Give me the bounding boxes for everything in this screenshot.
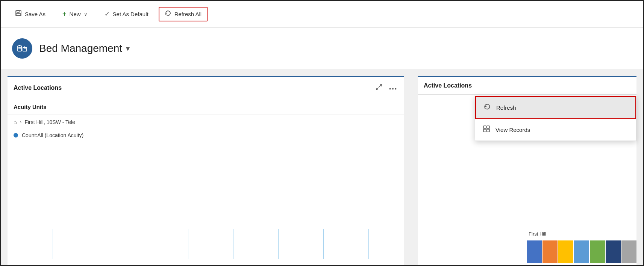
left-panel-header: Active Locations — [8, 77, 404, 99]
set-default-label: Set As Default — [113, 11, 148, 17]
svg-line-10 — [379, 85, 382, 87]
toolbar: Save As + New ∨ ✓ Set As Default Refresh… — [1, 1, 643, 28]
svg-rect-16 — [487, 126, 489, 128]
chart-line-4 — [233, 229, 233, 259]
chart-line-0 — [53, 229, 53, 259]
location-row: ⌂ › First Hill, 10SW - Tele — [8, 115, 404, 129]
left-panel: Active Locations — [8, 76, 404, 266]
bar-orange — [542, 240, 558, 263]
save-as-label: Save As — [25, 11, 45, 17]
refresh-all-button[interactable]: Refresh All — [159, 7, 208, 21]
new-chevron-icon: ∨ — [84, 11, 88, 17]
legend-dot — [14, 133, 18, 138]
bar-dark-blue — [606, 240, 621, 263]
refresh-all-icon — [165, 10, 171, 18]
chart-line-7 — [368, 229, 369, 259]
page-title: Bed Management — [39, 42, 122, 54]
set-default-button[interactable]: ✓ Set As Default — [98, 7, 155, 21]
left-panel-actions — [374, 82, 398, 94]
chart-line-3 — [188, 229, 188, 259]
panel-gap — [404, 76, 411, 266]
right-panel-title: Active Locations — [424, 82, 472, 89]
view-records-menu-item[interactable]: View Records — [475, 119, 636, 141]
svg-point-12 — [389, 88, 391, 90]
more-options-button[interactable] — [388, 83, 398, 93]
right-panel: Active Locations Refresh — [418, 76, 636, 266]
bar-blue — [527, 240, 542, 263]
divider-2 — [96, 9, 96, 20]
view-records-icon — [483, 125, 490, 135]
location-text: First Hill, 10SW - Tele — [24, 119, 75, 125]
chart-baseline — [14, 259, 398, 259]
svg-rect-0 — [16, 11, 21, 16]
first-hill-label: First Hill — [529, 231, 546, 237]
stacked-bars — [527, 240, 636, 263]
app-icon — [12, 38, 32, 59]
page-title-area: Bed Management ▾ — [39, 42, 130, 54]
chart-line-5 — [278, 229, 279, 259]
home-icon: ⌂ — [14, 119, 17, 125]
svg-rect-2 — [16, 14, 21, 15]
main-content: Active Locations — [1, 69, 643, 266]
bar-light-blue — [574, 240, 589, 263]
refresh-menu-label: Refresh — [496, 104, 516, 111]
acuity-units-header: Acuity Units — [8, 99, 404, 115]
new-plus-icon: + — [62, 10, 67, 18]
expand-button[interactable] — [374, 82, 384, 94]
svg-point-14 — [395, 88, 397, 90]
right-panel-header: Active Locations — [418, 77, 636, 95]
bar-gray — [621, 240, 636, 263]
legend-label: Count:All (Location Acuity) — [22, 132, 83, 138]
checkmark-icon: ✓ — [105, 10, 110, 18]
save-as-button[interactable]: Save As — [8, 7, 52, 21]
refresh-menu-icon — [483, 103, 491, 112]
divider-3 — [157, 9, 157, 20]
svg-point-13 — [392, 88, 394, 90]
left-panel-title: Active Locations — [14, 85, 62, 91]
chart-area — [8, 141, 404, 266]
svg-rect-17 — [483, 129, 486, 132]
svg-rect-18 — [487, 129, 489, 132]
title-chevron-icon[interactable]: ▾ — [126, 44, 130, 53]
chart-line-6 — [323, 229, 324, 259]
page-header: Bed Management ▾ — [1, 28, 643, 69]
legend-row: Count:All (Location Acuity) — [8, 129, 404, 141]
bar-yellow — [558, 240, 573, 263]
svg-rect-1 — [17, 11, 19, 12]
view-records-label: View Records — [496, 127, 530, 133]
svg-rect-3 — [18, 46, 21, 51]
refresh-menu-item[interactable]: Refresh — [475, 96, 636, 119]
svg-rect-4 — [23, 47, 27, 51]
chart-line-1 — [98, 229, 98, 259]
chart-line-2 — [143, 229, 143, 259]
new-label: New — [70, 11, 81, 17]
bar-green — [590, 240, 605, 263]
save-as-icon — [15, 10, 22, 18]
refresh-all-label: Refresh All — [174, 11, 202, 17]
new-button[interactable]: + New ∨ — [56, 7, 94, 21]
context-dropdown: Refresh View Records — [475, 96, 636, 141]
svg-rect-15 — [483, 126, 486, 128]
svg-line-11 — [376, 88, 379, 90]
divider-1 — [54, 9, 54, 20]
breadcrumb-chevron-icon: › — [20, 119, 21, 125]
